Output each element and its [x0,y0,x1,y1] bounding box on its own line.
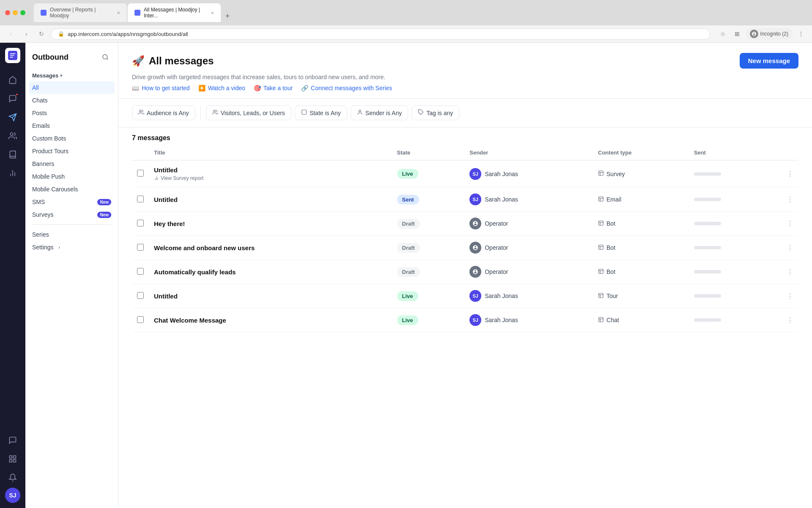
new-message-button[interactable]: New message [740,53,798,69]
icon-bar-outbound[interactable] [4,109,21,126]
row-checkbox[interactable] [137,244,144,251]
sender-cell: Operator [469,218,588,229]
svg-rect-34 [599,293,604,298]
filter-visitors[interactable]: Visitors, Leads, or Users [206,105,291,120]
row-sender-cell: SJSarah Jonas [464,284,593,308]
row-checkbox[interactable] [137,220,144,226]
tab-strip-button[interactable]: ⊞ [731,28,743,40]
sidebar-item-mobile-carousels[interactable]: Mobile Carousels [29,183,115,196]
row-more-icon[interactable]: ⋮ [787,196,793,203]
new-tab-button[interactable]: + [222,10,233,22]
filter-audience[interactable]: Audience is Any [132,105,195,120]
row-more-icon[interactable]: ⋮ [787,170,793,177]
row-more-icon[interactable]: ⋮ [787,244,793,251]
table-row[interactable]: UntitledLiveSJSarah Jonas Tour⋮ [132,284,798,308]
row-sent-cell [689,236,782,260]
sidebar-item-chats[interactable]: Chats [29,94,115,107]
filter-sender[interactable]: Sender is Any [351,105,408,120]
maximize-dot[interactable] [20,10,25,15]
reload-button[interactable]: ↻ [36,28,47,40]
back-button[interactable]: ‹ [5,28,17,40]
sidebar-item-product-tours[interactable]: Product Tours [29,145,115,157]
app-logo[interactable] [5,48,20,63]
sidebar-item-posts[interactable]: Posts [29,107,115,119]
row-more-icon[interactable]: ⋮ [787,293,793,300]
incognito-button[interactable]: Incognito (2) [746,28,793,40]
col-actions [782,145,798,160]
user-avatar[interactable]: SJ [5,488,20,503]
icon-bar-notifications[interactable] [4,469,21,486]
icon-bar-home[interactable] [4,72,21,88]
page-link-get-started[interactable]: 📖 How to get started [132,85,190,91]
table-row[interactable]: UntitledView Survey reportLiveSJSarah Jo… [132,160,798,188]
browser-menu-button[interactable]: ⋮ [795,28,807,40]
sidebar-title: Outbound [32,53,69,62]
table-row[interactable]: Automatically qualify leadsDraftOperator… [132,260,798,284]
sidebar: Outbound Messages ▾ All Chats Posts Emai… [25,43,118,508]
minimize-dot[interactable] [13,10,18,15]
row-checkbox-cell [132,284,149,308]
title-cell: Untitled [154,196,387,203]
address-bar[interactable]: 🔒 app.intercom.com/a/apps/nnsgmgob/outbo… [51,28,710,40]
title-cell: Hey there! [154,220,387,227]
sidebar-item-series[interactable]: Series [25,228,118,241]
sender-cell: Operator [469,242,588,254]
sent-bar [694,270,721,273]
sender-name: Operator [485,244,508,251]
sender-avatar [469,218,481,229]
filter-state[interactable]: State is Any [295,105,347,120]
sidebar-item-settings[interactable]: Settings › [25,241,118,254]
sidebar-item-all[interactable]: All [29,81,115,94]
sidebar-item-custom-bots[interactable]: Custom Bots [29,132,115,145]
sidebar-item-sms[interactable]: SMS New [29,196,115,208]
table-row[interactable]: Hey there!DraftOperator Bot⋮ [132,212,798,236]
icon-bar-apps[interactable] [4,450,21,467]
sidebar-header: Outbound [25,50,118,70]
sender-name: Sarah Jonas [485,293,518,299]
title-cell: Untitled [154,293,387,300]
page-link-connect-series[interactable]: 🔗 Connect messages with Series [301,85,392,91]
table-row[interactable]: Welcome and onboard new usersDraftOperat… [132,236,798,260]
sms-new-badge: New [97,199,111,205]
page-link-watch-video[interactable]: ▶️ Watch a video [198,85,245,91]
row-checkbox[interactable] [137,170,144,177]
row-checkbox[interactable] [137,316,144,323]
row-more-icon[interactable]: ⋮ [787,268,793,276]
table-row[interactable]: UntitledSentSJSarah Jonas Email⋮ [132,188,798,212]
icon-bar-people[interactable] [4,127,21,144]
sidebar-item-banners[interactable]: Banners [29,157,115,170]
sidebar-item-custom-bots-label: Custom Bots [32,135,66,142]
row-checkbox[interactable] [137,292,144,299]
browser-chrome: Overview | Reports | Moodjoy ✕ All Messa… [0,0,812,43]
icon-bar-chat[interactable] [4,432,21,449]
audience-filter-icon [138,109,144,116]
svg-rect-22 [599,196,604,201]
close-dot[interactable] [5,10,10,15]
forward-button[interactable]: › [20,28,32,40]
page-link-take-tour[interactable]: 🎯 Take a tour [254,85,293,91]
row-checkbox[interactable] [137,268,144,275]
filter-tag[interactable]: Tag is any [411,105,459,120]
sidebar-item-mobile-push[interactable]: Mobile Push [29,170,115,183]
sidebar-item-surveys[interactable]: Surveys New [29,208,115,221]
icon-bar-messages[interactable] [4,90,21,107]
sidebar-item-emails[interactable]: Emails [29,119,115,132]
row-title-cell: UntitledView Survey report [149,160,392,188]
messages-section-label[interactable]: Messages ▾ [29,70,115,81]
sidebar-search-button[interactable] [99,51,111,63]
tab-2[interactable]: All Messages | Moodjoy | Inter... ✕ [128,3,221,22]
bookmark-button[interactable]: ☆ [717,28,729,40]
row-more-cell: ⋮ [782,308,798,332]
title-text: Untitled [154,196,387,203]
row-more-icon[interactable]: ⋮ [787,220,793,227]
messages-chevron: ▾ [60,73,62,78]
table-row[interactable]: Chat Welcome MessageLiveSJSarah Jonas Ch… [132,308,798,332]
tab-2-close[interactable]: ✕ [211,11,214,15]
tab-1[interactable]: Overview | Reports | Moodjoy ✕ [34,3,127,22]
icon-bar-knowledge[interactable] [4,146,21,163]
icon-bar-reports[interactable] [4,165,21,182]
row-checkbox[interactable] [137,196,144,202]
tab-2-label: All Messages | Moodjoy | Inter... [144,7,207,19]
row-more-icon[interactable]: ⋮ [787,317,793,324]
tab-1-close[interactable]: ✕ [117,11,120,15]
